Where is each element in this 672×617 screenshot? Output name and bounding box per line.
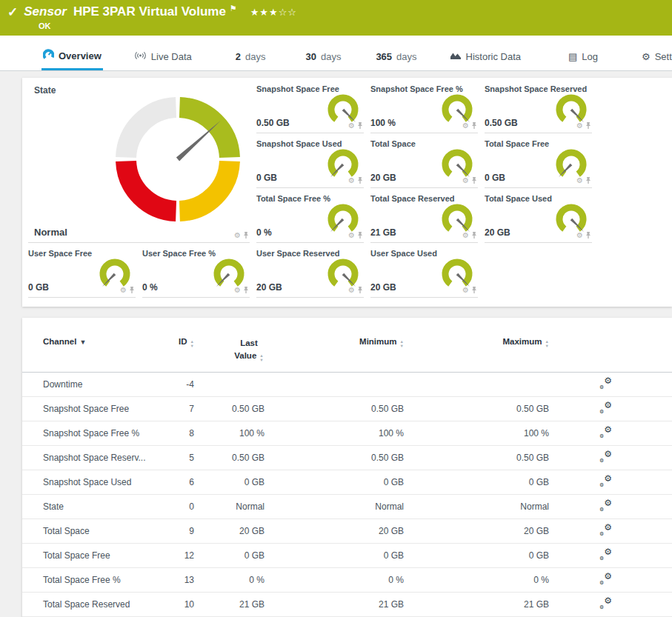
minimum-cell: 0.50 GB xyxy=(265,396,404,421)
channel-gauge-panel[interactable]: Total Space 20 GB ⚙ xyxy=(370,138,478,188)
column-header-id[interactable]: ID▲▼ xyxy=(156,337,194,372)
gear-icon[interactable]: ⚙ xyxy=(576,122,583,130)
priority-flag-icon[interactable]: ⚑ xyxy=(230,4,237,13)
gear-icon[interactable]: ⚙ xyxy=(348,232,355,239)
channel-name-cell: Snapshot Space Free xyxy=(22,396,156,421)
channel-id-cell: 9 xyxy=(156,518,194,543)
channel-settings-gears-icon[interactable]: ⚙⚙ xyxy=(599,402,612,413)
tab-historic-data[interactable]: Historic Data xyxy=(448,45,522,70)
channel-settings-gears-icon[interactable]: ⚙⚙ xyxy=(599,500,612,511)
column-header-last-value[interactable]: Last Value▲▼ xyxy=(194,337,265,372)
gear-icon[interactable]: ⚙ xyxy=(348,122,355,130)
gear-icon[interactable]: ⚙ xyxy=(462,232,469,239)
state-gauge-panel[interactable]: State Normal ⚙ xyxy=(28,83,250,243)
sensor-status-badge: OK xyxy=(39,21,665,30)
minimum-cell: 0.50 GB xyxy=(265,445,404,470)
pin-icon[interactable] xyxy=(470,176,478,184)
table-row[interactable]: Total Space Reserved 10 21 GB 21 GB 21 G… xyxy=(22,592,672,616)
channel-gauge-panel[interactable]: Snapshot Space Reserved 0.50 GB ⚙ xyxy=(485,83,592,133)
table-row[interactable]: Total Space Free % 13 0 % 0 % 0 % ⚙⚙ xyxy=(22,567,672,592)
table-row[interactable]: Total Space Free 12 0 GB 0 GB 0 GB ⚙⚙ xyxy=(22,543,672,567)
tab-2-days[interactable]: 2days xyxy=(234,45,267,70)
gear-icon[interactable]: ⚙ xyxy=(462,177,469,184)
channel-gauge-panel[interactable]: User Space Free % 0 % ⚙ xyxy=(142,247,250,298)
pin-icon[interactable] xyxy=(470,121,478,130)
column-header-minimum[interactable]: Minimum▲▼ xyxy=(265,337,404,372)
table-row[interactable]: Snapshot Space Free % 8 100 % 100 % 100 … xyxy=(22,421,672,445)
table-row[interactable]: Downtime -4 ⚙⚙ xyxy=(22,372,672,396)
channel-gauge-panel[interactable]: User Space Reserved 20 GB ⚙ xyxy=(256,247,364,298)
gear-icon[interactable]: ⚙ xyxy=(462,122,469,130)
channel-settings-gears-icon[interactable]: ⚙⚙ xyxy=(599,524,612,536)
pin-icon[interactable] xyxy=(356,231,364,239)
channel-gauge-panel[interactable]: Total Space Free % 0 % ⚙ xyxy=(256,193,364,243)
channel-gauge-panel[interactable]: Snapshot Space Used 0 GB ⚙ xyxy=(256,138,364,188)
tab-settings[interactable]: ⚙ Settings xyxy=(640,45,672,70)
pin-icon[interactable] xyxy=(585,176,592,184)
pin-icon[interactable] xyxy=(242,231,250,239)
tab-30-days[interactable]: 30days xyxy=(304,45,342,70)
gauge-value: 0.50 GB xyxy=(256,118,290,128)
channel-id-cell: 10 xyxy=(156,592,194,616)
channel-settings-gears-icon[interactable]: ⚙⚙ xyxy=(599,427,612,438)
channel-settings-gears-icon[interactable]: ⚙⚙ xyxy=(599,476,612,487)
column-header-maximum[interactable]: Maximum▲▼ xyxy=(404,337,549,372)
channel-gauge-panel[interactable]: User Space Free 0 GB ⚙ xyxy=(28,247,136,298)
channel-gauge-panel[interactable]: Snapshot Space Free 0.50 GB ⚙ xyxy=(256,83,364,133)
minimum-cell: 20 GB xyxy=(265,518,404,543)
pin-icon[interactable] xyxy=(470,231,478,239)
table-row[interactable]: Snapshot Space Free 7 0.50 GB 0.50 GB 0.… xyxy=(22,396,672,421)
pin-icon[interactable] xyxy=(356,176,364,184)
channel-gauge-panel[interactable]: Total Space Used 20 GB ⚙ xyxy=(485,193,592,243)
gear-icon[interactable]: ⚙ xyxy=(576,177,583,184)
sort-icon: ▲▼ xyxy=(259,354,263,363)
channel-name-cell: Downtime xyxy=(22,372,156,396)
channel-id-cell: 7 xyxy=(156,396,194,421)
pin-icon[interactable] xyxy=(470,286,478,294)
tab-log[interactable]: ▤ Log xyxy=(567,45,599,70)
gear-icon[interactable]: ⚙ xyxy=(348,177,355,184)
channels-panel: Channel▼ ID▲▼ Last Value▲▼ Minimum▲▼ Max… xyxy=(22,318,672,617)
table-row[interactable]: Snapshot Space Reserv... 5 0.50 GB 0.50 … xyxy=(22,445,672,470)
table-row[interactable]: State 0 Normal Normal Normal ⚙⚙ xyxy=(22,494,672,518)
pin-icon[interactable] xyxy=(128,286,136,294)
gear-icon[interactable]: ⚙ xyxy=(120,287,127,294)
table-row[interactable]: Snapshot Space Used 6 0 GB 0 GB 0 GB ⚙⚙ xyxy=(22,470,672,494)
tab-overview[interactable]: Overview xyxy=(41,43,103,70)
channel-name-cell: Total Space xyxy=(22,518,156,543)
pin-icon[interactable] xyxy=(585,121,592,130)
priority-stars[interactable]: ★★★☆☆ xyxy=(250,7,297,18)
minimum-cell: 0 % xyxy=(265,567,404,592)
table-row[interactable]: Total Space 9 20 GB 20 GB 20 GB ⚙⚙ xyxy=(22,518,672,543)
channel-gauge-panel[interactable]: Total Space Free 0 GB ⚙ xyxy=(485,138,592,188)
gear-icon[interactable]: ⚙ xyxy=(234,287,241,294)
channel-id-cell: 5 xyxy=(156,445,194,470)
channel-settings-gears-icon[interactable]: ⚙⚙ xyxy=(599,549,612,560)
channel-settings-gears-icon[interactable]: ⚙⚙ xyxy=(599,598,612,609)
sensor-header: ✓ Sensor HPE 3PAR Virtual Volume ⚑ ★★★☆☆… xyxy=(0,0,672,36)
maximum-cell: Normal xyxy=(404,494,549,518)
channel-settings-gears-icon[interactable]: ⚙⚙ xyxy=(599,451,612,462)
last-value-cell xyxy=(194,372,265,396)
pin-icon[interactable] xyxy=(356,286,364,294)
gear-icon[interactable]: ⚙ xyxy=(348,287,355,294)
channel-gauge-panel[interactable]: Snapshot Space Free % 100 % ⚙ xyxy=(370,83,478,133)
channel-gauge-panel[interactable]: Total Space Reserved 21 GB ⚙ xyxy=(370,193,478,243)
tab-365-days[interactable]: 365days xyxy=(374,45,418,70)
column-header-channel[interactable]: Channel▼ xyxy=(22,337,156,372)
channel-settings-gears-icon[interactable]: ⚙⚙ xyxy=(599,573,612,584)
pin-icon[interactable] xyxy=(356,121,364,130)
pin-icon[interactable] xyxy=(585,231,592,239)
gauge-value: 0 GB xyxy=(28,282,49,293)
tab-live-data[interactable]: Live Data xyxy=(133,45,193,70)
channel-name-cell: Total Space Free % xyxy=(22,567,156,592)
pin-icon[interactable] xyxy=(242,286,250,294)
channel-gauge-panel[interactable]: User Space Used 20 GB ⚙ xyxy=(370,247,478,298)
gear-icon[interactable]: ⚙ xyxy=(462,287,469,294)
gear-icon[interactable]: ⚙ xyxy=(576,232,583,239)
last-value-cell: 21 GB xyxy=(194,592,265,616)
maximum-cell: 21 GB xyxy=(404,592,549,616)
channel-settings-gears-icon[interactable]: ⚙⚙ xyxy=(599,378,612,389)
last-value-cell: 0 GB xyxy=(194,543,265,567)
gear-icon[interactable]: ⚙ xyxy=(234,232,241,239)
